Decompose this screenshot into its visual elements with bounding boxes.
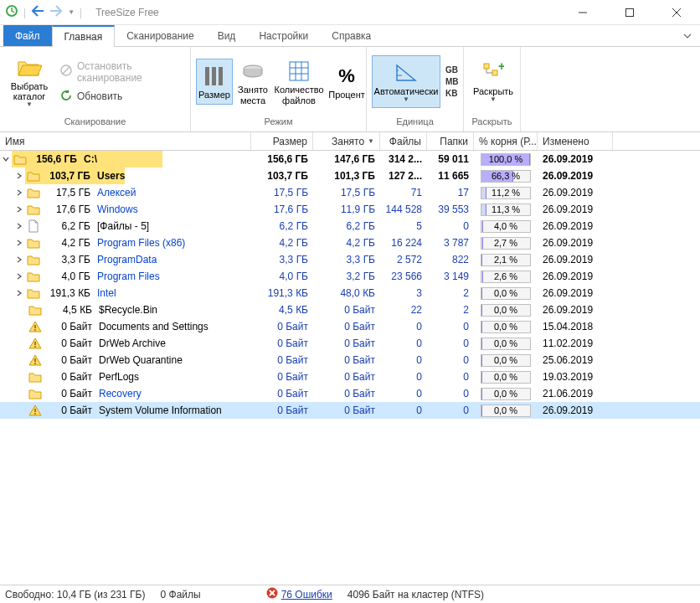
row-allocated: 0 Байт [313, 405, 380, 416]
table-row[interactable]: 4,5 КБ$Recycle.Bin4,5 КБ0 Байт2220,0 %26… [0, 302, 700, 318]
dropdown-icon[interactable]: ▼ [68, 8, 75, 16]
nav-forward-icon[interactable] [49, 5, 63, 19]
table-row[interactable]: 0 БайтRecovery0 Байт0 Байт000,0 %21.06.2… [0, 385, 700, 402]
unit-mb-button[interactable]: MB [444, 76, 461, 88]
name-cell[interactable]: 0 БайтDrWeb Archive [0, 335, 251, 352]
select-catalog-button[interactable]: Выбрать каталог ▼ [5, 51, 54, 112]
tab-file[interactable]: Файл [3, 25, 52, 46]
table-row[interactable]: 191,3 КБIntel191,3 КБ48,0 КБ320,0 %26.09… [0, 285, 700, 302]
mode-size-button[interactable]: Размер [196, 59, 233, 104]
unit-gb-button[interactable]: GB [444, 64, 461, 76]
chevron-right-icon[interactable] [13, 220, 25, 232]
name-cell[interactable]: 103,7 ГБUsers [0, 168, 251, 184]
tab-view[interactable]: Вид [206, 25, 248, 46]
chevron-right-icon[interactable] [13, 187, 25, 198]
folder-icon [27, 270, 40, 283]
name-cell[interactable]: 3,3 ГБProgramData [0, 251, 251, 268]
table-row[interactable]: 103,7 ГБUsers103,7 ГБ101,3 ГБ127 2...11 … [0, 168, 700, 184]
chevron-right-icon[interactable] [13, 271, 25, 282]
mode-percent-button[interactable]: % Процент [327, 59, 367, 103]
name-cell[interactable]: 0 БайтDrWeb Quarantine [0, 352, 251, 368]
table-row[interactable]: 17,6 ГБWindows17,6 ГБ11,9 ГБ144 52839 55… [0, 201, 700, 218]
row-size-in-name: 0 Байт [45, 388, 97, 399]
table-row[interactable]: 0 БайтPerfLogs0 Байт0 Байт000,0 %19.03.2… [0, 368, 700, 385]
minimize-button[interactable] [564, 1, 601, 24]
ribbon-group-scanning-label: Сканирование [0, 116, 190, 131]
folder-icon [13, 152, 27, 166]
folder-icon [28, 370, 42, 384]
table-row[interactable]: 3,3 ГБProgramData3,3 ГБ3,3 ГБ2 5728222,1… [0, 251, 700, 268]
folder-icon [28, 303, 42, 317]
col-size[interactable]: Размер [251, 132, 313, 150]
table-row[interactable]: 156,6 ГБC:\156,6 ГБ147,6 ГБ314 2...59 01… [0, 151, 700, 168]
mode-allocated-button[interactable]: Занято места [234, 54, 271, 108]
table-row[interactable]: 0 БайтDocuments and Settings0 Байт0 Байт… [0, 318, 700, 335]
name-cell[interactable]: 4,2 ГБProgram Files (x86) [0, 234, 251, 251]
table-row[interactable]: 0 БайтDrWeb Archive0 Байт0 Байт000,0 %11… [0, 335, 700, 352]
row-folders: 2 [427, 304, 474, 316]
mode-allocated-label: Занято места [238, 85, 268, 105]
table-row[interactable]: 0 БайтDrWeb Quarantine0 Байт0 Байт000,0 … [0, 352, 700, 368]
name-cell[interactable]: 0 БайтPerfLogs [0, 368, 251, 385]
name-cell[interactable]: 4,5 КБ$Recycle.Bin [0, 302, 251, 318]
chevron-down-icon[interactable] [0, 153, 12, 165]
table-row[interactable]: 6,2 ГБ[Файлы - 5]6,2 ГБ6,2 ГБ504,0 %26.0… [0, 218, 700, 234]
name-cell[interactable]: 6,2 ГБ[Файлы - 5] [0, 218, 251, 234]
svg-rect-9 [219, 67, 223, 85]
row-files: 0 [380, 338, 427, 349]
nav-back-icon[interactable] [31, 5, 44, 19]
name-cell[interactable]: 191,3 КБIntel [0, 285, 251, 302]
name-cell[interactable]: 17,6 ГБWindows [0, 201, 251, 218]
table-row[interactable]: 17,5 ГБАлексей17,5 ГБ17,5 ГБ711711,2 %26… [0, 184, 700, 201]
statusbar: Свободно: 10,4 ГБ (из 231 ГБ) 0 Файлы 76… [0, 585, 700, 603]
row-percent: 0,0 % [474, 354, 538, 367]
row-allocated: 11,9 ГБ [313, 204, 380, 215]
mode-count-button[interactable]: Количество файлов [273, 54, 325, 108]
chevron-right-icon[interactable] [13, 254, 25, 265]
tab-home[interactable]: Главная [52, 25, 116, 47]
tab-scanning[interactable]: Сканирование [115, 25, 205, 46]
folder-icon [27, 253, 40, 266]
refresh-button[interactable]: Обновить [57, 88, 185, 106]
col-allocated[interactable]: Занято▼ [313, 132, 380, 150]
col-files[interactable]: Файлы [380, 132, 427, 150]
status-errors-link[interactable]: 76 Ошибки [266, 587, 332, 601]
col-folders[interactable]: Папки [427, 132, 474, 150]
name-cell[interactable]: 0 БайтRecovery [0, 385, 251, 402]
name-cell[interactable]: 0 БайтDocuments and Settings [0, 318, 251, 335]
chevron-right-icon[interactable] [13, 170, 25, 182]
separator: | [23, 7, 26, 18]
row-modified: 26.09.2019 [538, 287, 613, 299]
table-row[interactable]: 4,0 ГБProgram Files4,0 ГБ3,2 ГБ23 5663 1… [0, 268, 700, 285]
row-name: C:\ [82, 153, 97, 165]
warning-icon [28, 353, 42, 367]
unit-kb-button[interactable]: KB [444, 88, 461, 100]
col-modified[interactable]: Изменено [538, 132, 613, 150]
col-name[interactable]: Имя [0, 132, 251, 150]
row-allocated: 147,6 ГБ [313, 153, 380, 165]
name-cell[interactable]: 17,5 ГБАлексей [0, 184, 251, 201]
maximize-button[interactable] [611, 1, 648, 24]
chevron-right-icon[interactable] [13, 237, 25, 249]
chevron-right-icon[interactable] [13, 287, 25, 299]
name-cell[interactable]: 156,6 ГБC:\ [0, 151, 251, 168]
name-cell[interactable]: 4,0 ГБProgram Files [0, 268, 251, 285]
tab-settings[interactable]: Настройки [247, 25, 320, 46]
grid-body[interactable]: 156,6 ГБC:\156,6 ГБ147,6 ГБ314 2...59 01… [0, 151, 700, 585]
row-percent: 11,3 % [474, 204, 538, 216]
window-title: TreeSize Free [95, 7, 159, 18]
row-folders: 59 011 [427, 153, 474, 165]
expand-button[interactable]: + Раскрыть ▼ [469, 56, 517, 107]
tab-help[interactable]: Справка [320, 25, 383, 46]
table-row[interactable]: 4,2 ГБProgram Files (x86)4,2 ГБ4,2 ГБ16 … [0, 234, 700, 251]
col-percent[interactable]: % корня (Р... [474, 132, 538, 150]
chevron-right-icon[interactable] [13, 204, 25, 215]
close-button[interactable] [658, 1, 695, 24]
ribbon-collapse-icon[interactable] [675, 25, 700, 46]
stop-scan-button[interactable]: Остановить сканирование [57, 59, 185, 85]
unit-auto-button[interactable]: Автоматически ▼ [372, 55, 440, 108]
table-row[interactable]: 0 БайтSystem Volume Information0 Байт0 Б… [0, 402, 700, 419]
row-size-in-name: 0 Байт [45, 371, 97, 383]
name-cell[interactable]: 0 БайтSystem Volume Information [0, 402, 251, 419]
row-percent: 2,6 % [474, 271, 538, 283]
